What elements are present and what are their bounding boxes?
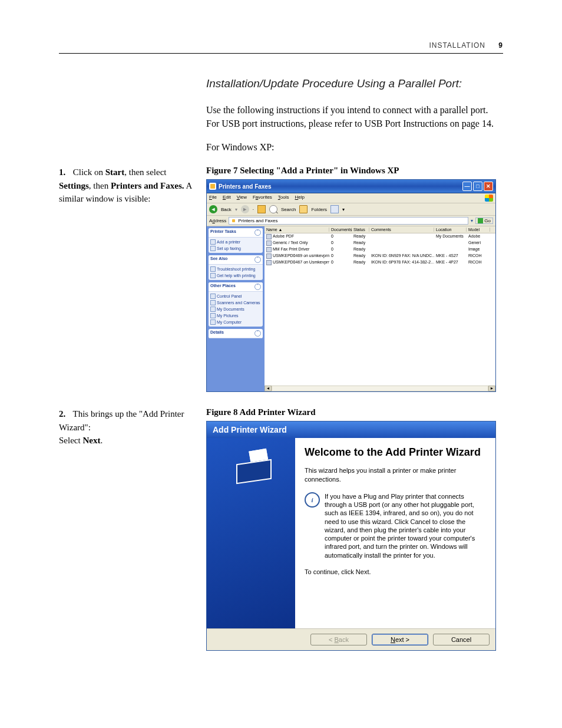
folder-icon [210,294,216,299]
up-folder-icon[interactable] [257,205,266,213]
address-input[interactable]: Printers and Faxes [229,217,468,225]
folders-label[interactable]: Folders [311,207,327,212]
folders-icon[interactable] [299,205,308,213]
expand-icon[interactable]: ˅ [254,330,261,337]
col-comments[interactable]: Comments [369,228,434,232]
page-number: 9 [498,41,503,50]
wizard-sidebar [207,438,295,628]
windows-flag-icon [485,195,493,202]
help-icon [210,273,216,278]
back-label[interactable]: Back [221,207,232,212]
collapse-icon[interactable]: ˄ [254,256,261,263]
printer-row[interactable]: USMKEPD0467 on Usmkevprnt0010ReadyIKON I… [265,259,495,266]
next-button[interactable]: Next > [372,634,428,645]
other-places-box: Other Places˄ Control Panel Scanners and… [209,282,263,327]
back-button[interactable]: ◄ [209,205,217,213]
section-heading: Installation/Update Procedure Using a Pa… [206,77,503,90]
search-label[interactable]: Search [281,207,296,212]
figure-7-caption: Figure 7 Selecting "Add a Printer" in Wi… [206,166,503,176]
os-note: For Windows XP: [206,142,503,153]
other-places-title: Other Places [210,284,236,290]
window-title: Printers and Faxes [219,183,271,190]
details-title: Details [210,330,224,337]
collapse-icon[interactable]: ˄ [254,284,261,290]
wizard-titlebar[interactable]: Add Printer Wizard [207,421,495,438]
col-name[interactable]: Name ▲ [265,228,329,232]
col-model[interactable]: Model [467,228,490,232]
forward-button[interactable]: ► [241,205,249,213]
address-bar: Address Printers and Faxes ▾ Go [207,216,495,226]
printer-tasks-title: Printer Tasks [210,229,236,236]
close-button[interactable]: ✕ [484,182,493,191]
printer-icon [266,260,272,265]
printer-illustration-icon [230,449,272,490]
wizard-footer: < Back Next > Cancel [207,628,495,650]
printer-row[interactable]: USMKEPD0469 on usmkevprnt0020ReadyIKON I… [265,253,495,259]
cancel-button[interactable]: Cancel [433,634,490,645]
figure-8-caption: Figure 8 Add Printer Wizard [206,407,503,417]
my-computer-link[interactable]: My Computer [210,319,261,325]
col-documents[interactable]: Documents [329,228,352,232]
add-a-printer-link[interactable]: Add a printer [210,239,261,245]
wizard-content: Welcome to the Add Printer Wizard This w… [295,438,495,628]
see-also-box: See Also˄ Troubleshoot printing Get help… [209,255,263,280]
scroll-right-arrow[interactable]: ► [488,386,495,391]
get-help-link[interactable]: Get help with printing [210,272,261,279]
column-headers: Name ▲ Documents Status Comments Locatio… [265,226,495,233]
troubleshoot-link[interactable]: Troubleshoot printing [210,266,261,272]
menu-tools[interactable]: Tools [278,195,289,202]
menu-edit[interactable]: Edit [223,195,231,202]
folder-icon [210,300,216,305]
details-box: Details˅ [209,329,263,338]
window-icon [209,183,216,190]
collapse-icon[interactable]: ˄ [254,229,261,236]
intro-paragraph: Use the following instructions if you in… [206,103,503,130]
menu-file[interactable]: File [209,195,217,202]
printers-and-faxes-window: Printers and Faxes — □ ✕ File Edit View … [206,179,496,392]
toolbar: ◄ Back ▾ ► · Search Folders ▾ [207,203,495,216]
go-button[interactable]: Go [475,218,493,224]
minimize-button[interactable]: — [462,182,472,191]
section-name: INSTALLATION [429,41,485,50]
menu-bar: File Edit View Favorites Tools Help [207,193,495,203]
address-icon [231,218,236,223]
horizontal-scrollbar[interactable]: ◄ ► [265,386,495,391]
control-panel-link[interactable]: Control Panel [210,293,261,299]
col-status[interactable]: Status [352,228,369,232]
wizard-intro: This wizard helps you install a printer … [305,466,486,484]
menu-favorites[interactable]: Favorites [253,195,272,202]
views-icon[interactable] [330,205,339,213]
window-titlebar[interactable]: Printers and Faxes — □ ✕ [207,180,495,193]
help-icon [210,266,216,272]
my-pictures-link[interactable]: My Pictures [210,312,261,319]
wizard-continue-text: To continue, click Next. [305,568,486,577]
step-1-text: 1. Click on Start, then select Settings,… [59,166,192,392]
maximize-button[interactable]: □ [473,182,482,191]
folder-icon [210,319,216,325]
wizard-info-text: If you have a Plug and Play printer that… [325,492,486,559]
my-documents-link[interactable]: My Documents [210,306,261,312]
folder-icon [210,313,216,318]
add-printer-wizard: Add Printer Wizard Welcome to the Add Pr… [206,421,496,651]
printer-row[interactable]: Generic / Text Only0ReadyGeneri [265,240,495,246]
menu-help[interactable]: Help [295,195,305,202]
menu-view[interactable]: View [237,195,247,202]
search-icon[interactable] [269,205,277,213]
scanners-link[interactable]: Scanners and Cameras [210,299,261,306]
printer-row[interactable]: Adobe PDF0ReadyMy DocumentsAdobe [265,233,495,240]
scroll-left-arrow[interactable]: ◄ [265,386,272,391]
page-header: INSTALLATION 9 [59,41,503,54]
printer-icon [266,253,272,259]
printer-icon [210,239,216,245]
set-up-faxing-link[interactable]: Set up faxing [210,245,261,252]
document-page: INSTALLATION 9 Installation/Update Proce… [0,0,562,728]
printer-row[interactable]: MM Fax Print Driver0ReadyImage [265,246,495,253]
task-sidebar: Printer Tasks˄ Add a printer Set up faxi… [207,226,265,391]
col-location[interactable]: Location [434,228,467,232]
scroll-track[interactable] [272,386,488,391]
back-button: < Back [310,634,367,645]
wizard-heading: Welcome to the Add Printer Wizard [305,446,486,459]
fax-icon [210,246,216,251]
go-icon [478,218,483,223]
step-number: 2. [59,407,71,421]
